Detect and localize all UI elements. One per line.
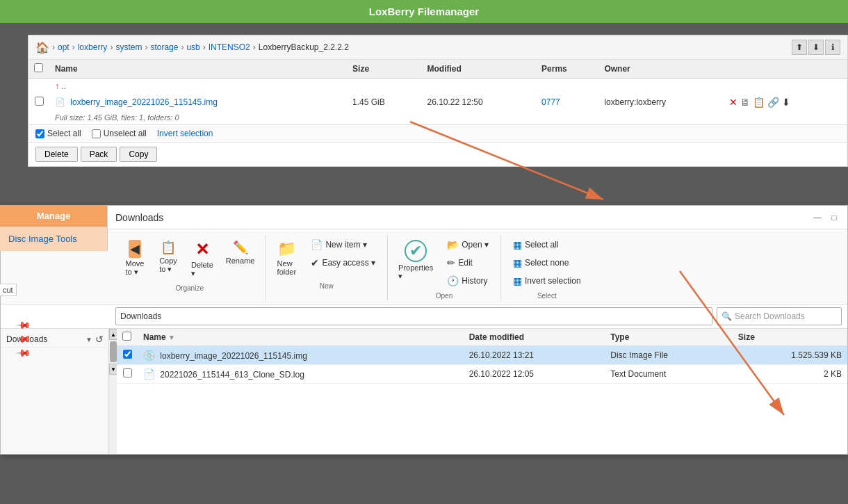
app-title: LoxBerry Filemanager — [369, 6, 479, 17]
col-date-header[interactable]: Date modified — [464, 329, 605, 346]
select-items: ▦ Select all ▦ Select none ▦ Invert sele… — [507, 235, 587, 291]
file-checkbox[interactable] — [35, 97, 44, 106]
file-modified: 26.10.22 12:50 — [421, 94, 536, 111]
table-row: 📄 20221026_115144_613_Clone_SD.log 26.10… — [117, 365, 847, 384]
address-bar[interactable]: Downloads — [115, 307, 712, 325]
move-to-button[interactable]: ◀ Moveto ▾ — [120, 236, 150, 280]
breadcrumb-loxberry[interactable]: loxberry — [78, 42, 108, 52]
rename-button[interactable]: ✏️ Rename — [221, 236, 260, 268]
file2-name[interactable]: 20221026_115144_613_Clone_SD.log — [160, 370, 304, 380]
file2-type: Text Document — [605, 365, 733, 384]
select-all-label[interactable]: Select all — [35, 129, 81, 138]
invert-selection-button[interactable]: ▦ Invert selection — [507, 273, 587, 289]
properties-label: Properties▾ — [398, 263, 433, 281]
select-none-icon: ▦ — [513, 257, 522, 268]
delete-button[interactable]: Delete — [35, 147, 78, 162]
new-item-button[interactable]: 📄 New item ▾ — [304, 236, 382, 253]
new-folder-button[interactable]: 📁 Newfolder — [271, 236, 302, 279]
explorer-select-all-checkbox[interactable] — [122, 332, 131, 341]
home-icon[interactable]: 🏠 — [35, 41, 49, 54]
maximize-button[interactable]: □ — [828, 211, 840, 224]
history-button[interactable]: 🕐 History — [441, 273, 495, 289]
manage-tab[interactable]: Manage — [0, 205, 107, 227]
properties-icon: ✔ — [405, 240, 427, 262]
download-icon[interactable]: ⬇ — [808, 40, 824, 55]
file-name-link[interactable]: loxberry_image_20221026_115145.img — [70, 97, 218, 107]
disc-image-tools-link[interactable]: Disc Image Tools — [0, 227, 107, 251]
select-label: Select — [537, 292, 557, 301]
file1-size: 1.525.539 KB — [733, 346, 847, 365]
breadcrumb: 🏠 › opt › loxberry › system › storage › … — [28, 35, 847, 60]
ribbon-group-organize: ◀ Moveto ▾ 📋 Copyto ▾ ✕ Delete▾ — [114, 235, 266, 301]
ribbon-group-new: 📁 Newfolder 📄 New item ▾ ✔ Easy access ▾ — [266, 235, 388, 301]
link-icon[interactable]: 🔗 — [767, 97, 779, 108]
sidebar-refresh-icon[interactable]: ↺ — [95, 334, 104, 345]
new-items: 📁 Newfolder 📄 New item ▾ ✔ Easy access ▾ — [271, 235, 382, 281]
unselect-all-input[interactable] — [92, 129, 101, 138]
file2-checkbox[interactable] — [123, 368, 132, 377]
open-button[interactable]: 📂 Open ▾ — [441, 236, 495, 253]
explorer-select-all-button[interactable]: ▦ Select all — [507, 236, 587, 253]
file1-checkbox[interactable] — [123, 350, 132, 359]
explorer-body: Downloads ▼ ↺ 📌 📌 📌 ▲ ▼ Name ▼ — [1, 329, 847, 454]
file1-type: Disc Image File — [605, 346, 733, 365]
col-modified: Modified — [421, 60, 536, 79]
action-buttons: Delete Pack Copy — [28, 142, 847, 166]
breadcrumb-system[interactable]: system — [115, 42, 142, 52]
unselect-all-label[interactable]: Unselect all — [92, 129, 147, 138]
edit-label: Edit — [458, 258, 473, 268]
sidebar-pins: 📌 📌 📌 — [1, 348, 108, 392]
breadcrumb-opt[interactable]: opt — [58, 42, 70, 52]
col-name-header[interactable]: Name ▼ — [138, 329, 464, 346]
col-type-header[interactable]: Type — [605, 329, 733, 346]
manage-sidebar: Manage Disc Image Tools — [0, 205, 108, 251]
scroll-thumb[interactable] — [110, 341, 117, 362]
breadcrumb-usb[interactable]: usb — [186, 42, 199, 52]
new-label: New — [320, 282, 334, 291]
sidebar-scrollbar[interactable]: ▲ ▼ — [108, 329, 117, 454]
move-to-icon: ◀ — [129, 240, 141, 258]
sidebar-chevron-icon[interactable]: ▼ — [85, 336, 92, 343]
col-size-header[interactable]: Size — [733, 329, 847, 346]
unselect-all-text: Unselect all — [104, 129, 147, 138]
file-perms[interactable]: 0777 — [541, 97, 560, 107]
organize-label: Organize — [175, 284, 204, 293]
pack-button[interactable]: Pack — [81, 147, 117, 162]
selection-bar: Select all Unselect all Invert selection — [28, 124, 847, 142]
select-all-text: Select all — [47, 129, 81, 138]
breadcrumb-storage[interactable]: storage — [150, 42, 178, 52]
file-icon: 📄 — [55, 97, 65, 107]
properties-button[interactable]: ✔ Properties▾ — [393, 236, 438, 284]
file-list-table: Name ▼ Date modified Type Size 💿 loxberr… — [117, 329, 847, 384]
invert-selection-icon: ▦ — [513, 275, 522, 286]
info-icon[interactable]: ℹ — [825, 40, 840, 55]
copy-to-button[interactable]: 📋 Copyto ▾ — [153, 236, 184, 277]
download-file-icon[interactable]: ⬇ — [782, 97, 790, 108]
file-info-row: Full size: 1.45 GiB, files: 1, folders: … — [28, 111, 847, 124]
copy-icon[interactable]: 📋 — [753, 97, 765, 108]
open-icon: 📂 — [447, 239, 459, 250]
minimize-button[interactable]: — — [811, 211, 824, 224]
select-all-input[interactable] — [35, 129, 44, 138]
ribbon-delete-icon: ✕ — [195, 240, 209, 259]
file2-size: 2 KB — [733, 365, 847, 384]
filemanager-panel: 🏠 › opt › loxberry › system › storage › … — [28, 35, 848, 167]
edit-button[interactable]: ✏ Edit — [441, 254, 495, 271]
delete-icon[interactable]: ✕ — [729, 97, 737, 108]
parent-dir-row: ↑ .. — [28, 79, 847, 95]
select-none-button[interactable]: ▦ Select none — [507, 254, 587, 271]
ribbon-delete-button[interactable]: ✕ Delete▾ — [186, 236, 218, 282]
upload-icon[interactable]: ⬆ — [792, 40, 807, 55]
easy-access-button[interactable]: ✔ Easy access ▾ — [304, 254, 382, 271]
copy-button[interactable]: Copy — [120, 147, 157, 162]
breadcrumb-intenso2[interactable]: INTENSO2 — [209, 42, 250, 52]
search-box[interactable]: 🔍 Search Downloads — [717, 307, 842, 325]
select-all-checkbox[interactable] — [34, 63, 43, 72]
open-label: Open — [436, 292, 452, 301]
app-title-bar: LoxBerry Filemanager — [0, 0, 848, 23]
image-icon[interactable]: 🖥 — [740, 97, 750, 108]
file2-date: 26.10.2022 12:05 — [464, 365, 605, 384]
parent-dir-link[interactable]: .. — [61, 81, 66, 91]
invert-link[interactable]: Invert selection — [157, 129, 213, 138]
file1-name[interactable]: loxberry_image_20221026_115145.img — [160, 351, 307, 361]
